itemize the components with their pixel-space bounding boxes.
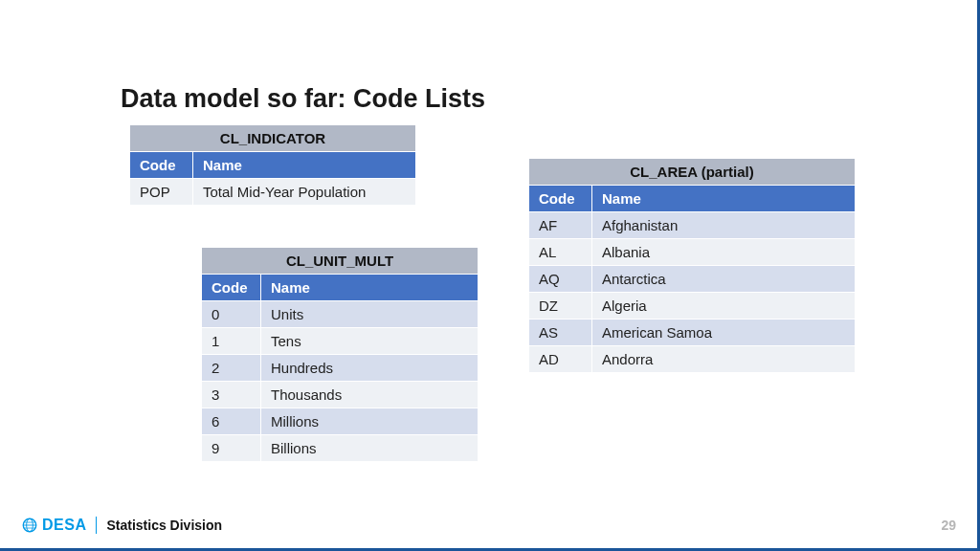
cell-name: Units <box>261 301 479 328</box>
table-row: 6Millions <box>202 408 479 435</box>
cell-name: Antarctica <box>592 266 856 293</box>
cell-name: Billions <box>261 435 479 462</box>
table-cl-unit-mult: CL_UNIT_MULT Code Name 0Units 1Tens 2Hun… <box>201 247 479 462</box>
table-row: 3Thousands <box>202 382 479 408</box>
cell-name: Millions <box>261 408 479 435</box>
slide-title: Data model so far: Code Lists <box>121 84 485 114</box>
column-header-code: Code <box>529 186 592 212</box>
table-row: AFAfghanistan <box>529 212 856 239</box>
cell-name: Total Mid-Year Population <box>193 179 416 206</box>
un-globe-icon <box>21 517 38 534</box>
cell-code: AQ <box>529 266 592 293</box>
table-row: DZAlgeria <box>529 293 856 320</box>
footer-org: DESA <box>42 517 86 534</box>
cell-code: 2 <box>202 355 261 382</box>
page-number: 29 <box>941 518 956 533</box>
table-row: ADAndorra <box>529 346 856 373</box>
cell-code: AF <box>529 212 592 239</box>
cell-name: Albania <box>592 239 856 266</box>
table-row: ASAmerican Samoa <box>529 320 856 346</box>
table-row: POP Total Mid-Year Population <box>130 179 416 206</box>
cell-code: 0 <box>202 301 261 328</box>
table-caption: CL_UNIT_MULT <box>202 248 479 275</box>
cell-code: 9 <box>202 435 261 462</box>
table-row: 2Hundreds <box>202 355 479 382</box>
footer-separator <box>96 517 97 534</box>
cell-code: DZ <box>529 293 592 320</box>
cell-name: Andorra <box>592 346 856 373</box>
table-cl-indicator: CL_INDICATOR Code Name POP Total Mid-Yea… <box>129 124 416 206</box>
cell-name: Tens <box>261 328 479 355</box>
slide: Data model so far: Code Lists CL_INDICAT… <box>0 0 980 551</box>
column-header-name: Name <box>193 152 416 179</box>
table-row: 1Tens <box>202 328 479 355</box>
cell-code: 3 <box>202 382 261 408</box>
cell-name: Afghanistan <box>592 212 856 239</box>
footer: DESA Statistics Division 29 <box>0 514 977 537</box>
table-cl-area: CL_AREA (partial) Code Name AFAfghanista… <box>528 158 856 373</box>
cell-code: AD <box>529 346 592 373</box>
column-header-code: Code <box>130 152 193 179</box>
table-row: AQAntarctica <box>529 266 856 293</box>
cell-name: Algeria <box>592 293 856 320</box>
cell-code: AS <box>529 320 592 346</box>
footer-division: Statistics Division <box>106 518 222 533</box>
column-header-code: Code <box>202 275 261 301</box>
table-row: ALAlbania <box>529 239 856 266</box>
table-caption: CL_AREA (partial) <box>529 159 856 186</box>
cell-code: POP <box>130 179 193 206</box>
column-header-name: Name <box>261 275 479 301</box>
cell-code: 1 <box>202 328 261 355</box>
cell-name: Hundreds <box>261 355 479 382</box>
cell-name: American Samoa <box>592 320 856 346</box>
table-row: 9Billions <box>202 435 479 462</box>
table-caption: CL_INDICATOR <box>130 125 416 152</box>
cell-name: Thousands <box>261 382 479 408</box>
cell-code: AL <box>529 239 592 266</box>
cell-code: 6 <box>202 408 261 435</box>
table-row: 0Units <box>202 301 479 328</box>
column-header-name: Name <box>592 186 856 212</box>
